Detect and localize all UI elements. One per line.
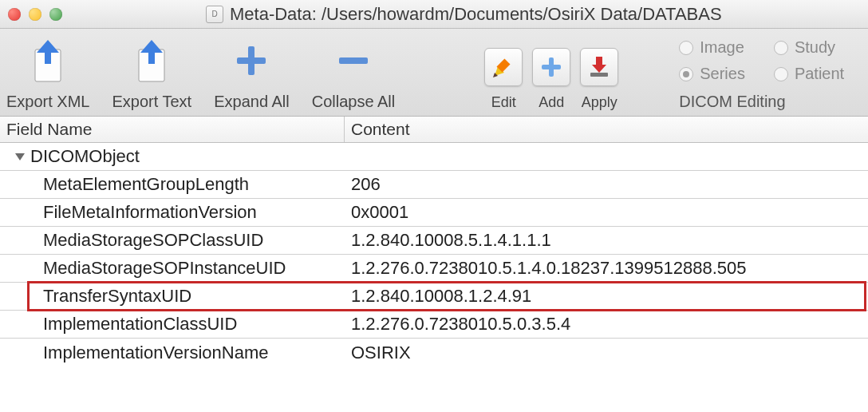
table-row[interactable]: ImplementationClassUID 1.2.276.0.7238010…	[0, 311, 868, 339]
field-name: MediaStorageSOPClassUID	[0, 228, 345, 253]
table-row[interactable]: MediaStorageSOPClassUID 1.2.840.10008.5.…	[0, 227, 868, 255]
plus-icon	[234, 37, 269, 85]
radio-series-label: Series	[700, 65, 745, 83]
svg-rect-8	[339, 57, 368, 64]
radio-study[interactable]: Study	[774, 38, 844, 57]
radio-icon	[679, 41, 693, 55]
tree-root-row[interactable]: DICOMObject	[0, 143, 868, 171]
export-text-label: Export Text	[112, 93, 191, 111]
table-row[interactable]: FileMetaInformationVersion 0x0001	[0, 199, 868, 227]
field-content: 1.2.276.0.7238010.5.0.3.5.4	[345, 311, 868, 337]
svg-marker-16	[592, 65, 606, 73]
svg-marker-1	[37, 40, 59, 53]
table-header: Field Name Content	[0, 117, 868, 143]
app-icon: D	[206, 6, 223, 23]
edit-button[interactable]: Edit	[484, 48, 523, 111]
radio-patient-label: Patient	[795, 65, 844, 83]
field-name: TransferSyntaxUID	[0, 283, 345, 309]
field-name: ImplementationVersionName	[0, 340, 345, 366]
apply-button[interactable]: Apply	[580, 48, 618, 111]
toolbar: Export XML Export Text Expand All Collap…	[0, 29, 868, 117]
minimize-button[interactable]	[29, 8, 41, 21]
radio-study-label: Study	[795, 38, 835, 57]
export-text-button[interactable]: Export Text	[112, 37, 191, 111]
radio-image-label: Image	[700, 38, 744, 57]
svg-marker-4	[140, 40, 163, 53]
field-content: 206	[345, 172, 868, 197]
field-name: FileMetaInformationVersion	[0, 200, 345, 225]
table-row-highlighted[interactable]: TransferSyntaxUID 1.2.840.10008.1.2.4.91	[0, 283, 868, 311]
radio-icon	[679, 67, 693, 81]
table-row[interactable]: MediaStorageSOPInstanceUID 1.2.276.0.723…	[0, 255, 868, 283]
field-content: 1.2.840.10008.1.2.4.91	[345, 283, 868, 309]
window-controls	[8, 8, 62, 21]
minus-icon	[336, 37, 371, 85]
radio-series[interactable]: Series	[679, 65, 745, 83]
add-plus-icon	[532, 48, 570, 86]
disclosure-triangle-icon[interactable]	[14, 151, 26, 162]
export-xml-label: Export XML	[6, 93, 89, 111]
header-field-name[interactable]: Field Name	[0, 117, 345, 142]
apply-label: Apply	[582, 94, 617, 111]
export-xml-button[interactable]: Export XML	[6, 37, 89, 111]
scope-radio-group: Image Study Series Patient DICOM Editing	[679, 38, 844, 111]
svg-rect-7	[237, 57, 266, 64]
field-name: MetaElementGroupLength	[0, 172, 345, 197]
expand-all-button[interactable]: Expand All	[214, 37, 290, 111]
add-label: Add	[539, 94, 564, 111]
field-content: 0x0001	[345, 200, 868, 225]
table-row[interactable]: MetaElementGroupLength 206	[0, 171, 868, 199]
svg-rect-14	[590, 73, 608, 77]
edit-label: Edit	[491, 94, 516, 111]
svg-rect-13	[542, 65, 561, 69]
zoom-button[interactable]	[49, 8, 62, 21]
apply-down-icon	[580, 48, 618, 86]
radio-image[interactable]: Image	[679, 38, 745, 57]
table-row[interactable]: ImplementationVersionName OSIRIX	[0, 339, 868, 366]
field-name: ImplementationClassUID	[0, 311, 345, 337]
expand-all-label: Expand All	[214, 93, 290, 111]
radio-icon	[774, 67, 788, 81]
collapse-all-label: Collapse All	[312, 93, 396, 111]
table-body: DICOMObject MetaElementGroupLength 206 F…	[0, 143, 868, 366]
pencil-icon	[484, 48, 523, 86]
header-content[interactable]: Content	[345, 117, 868, 142]
titlebar: D Meta-Data: /Users/howardm/Documents/Os…	[0, 0, 868, 29]
edit-button-group: Edit Add Apply	[484, 48, 618, 111]
field-content: 1.2.276.0.7238010.5.1.4.0.18237.13995128…	[345, 256, 868, 281]
field-content: OSIRIX	[345, 340, 868, 366]
add-button[interactable]: Add	[532, 48, 570, 111]
field-content: 1.2.840.10008.5.1.4.1.1.1	[345, 228, 868, 253]
svg-rect-5	[148, 51, 155, 64]
close-button[interactable]	[8, 8, 21, 21]
radio-patient[interactable]: Patient	[774, 65, 844, 83]
dicom-editing-label: DICOM Editing	[679, 93, 844, 111]
window-title: Meta-Data: /Users/howardm/Documents/Osir…	[230, 4, 722, 25]
svg-rect-2	[45, 51, 51, 64]
svg-marker-17	[15, 153, 25, 160]
export-xml-icon	[27, 37, 69, 85]
radio-icon	[774, 41, 788, 55]
root-label: DICOMObject	[30, 146, 140, 167]
export-text-icon	[131, 37, 172, 85]
collapse-all-button[interactable]: Collapse All	[312, 37, 396, 111]
field-name: MediaStorageSOPInstanceUID	[0, 256, 345, 281]
